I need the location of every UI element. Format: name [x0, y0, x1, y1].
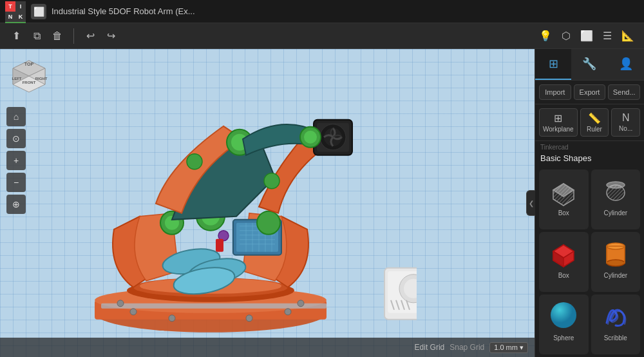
svg-point-74	[551, 302, 576, 328]
snap-grid-label: Snap Grid	[450, 343, 484, 352]
notes-icon: N	[622, 112, 630, 124]
account-tab-icon: 👤	[619, 57, 633, 71]
zoom-in-button[interactable]: +	[6, 151, 26, 170]
shape-box-red-label: Box	[558, 272, 569, 279]
main: TOP LEFT RIGHT FRONT ⌂ ⊙ + − ⊕	[0, 49, 644, 357]
app-icon: ⬜	[31, 4, 46, 19]
duplicate-button[interactable]: ⧉	[27, 26, 46, 46]
export-button[interactable]: Export	[574, 84, 606, 100]
history-tools: ↩ ↪	[80, 26, 120, 46]
right-panel: ❮ ⊞ 🔧 👤 Import Export Send... ⊞ Workplan…	[535, 49, 644, 357]
workplane-label: Workplane	[543, 126, 574, 133]
export-file-button[interactable]: ⬆	[6, 26, 26, 46]
view-tools: 💡 ⬡ ⬜ ☰ 📐	[536, 26, 638, 46]
ruler-tab[interactable]: 📏 Ruler	[580, 108, 609, 137]
logo-t: T	[5, 1, 15, 12]
workplane-icon: ⊞	[554, 112, 562, 124]
left-controls: ⌂ ⊙ + − ⊕	[6, 107, 26, 214]
app-title: Industrial Style 5DOF Robot Arm (Ex...	[52, 6, 639, 16]
svg-point-44	[187, 154, 202, 169]
svg-point-57	[130, 309, 137, 315]
svg-rect-43	[216, 239, 223, 252]
shape-scribble[interactable]: Scribble	[591, 294, 641, 354]
delete-button[interactable]: 🗑	[48, 26, 67, 46]
logo-i: I	[15, 1, 26, 12]
snap-grid-value[interactable]: 1.0 mm ▾	[489, 342, 528, 353]
svg-point-41	[304, 131, 317, 144]
measure-button[interactable]: 📐	[618, 26, 638, 46]
tools-tab-icon: 🔧	[582, 57, 596, 71]
collapse-panel-button[interactable]: ❮	[526, 190, 535, 216]
cube-view-button[interactable]: ⬜	[577, 26, 596, 46]
grid-button[interactable]: ☰	[598, 26, 617, 46]
settings-button[interactable]: ⊕	[6, 195, 26, 214]
right-panel-tabs: ⊞ 🔧 👤	[535, 49, 644, 81]
category-name: Basic Shapes	[535, 153, 644, 167]
secondary-tabs: ⊞ Workplane 📏 Ruler N No...	[535, 104, 644, 141]
svg-point-56	[298, 300, 304, 307]
redo-button[interactable]: ↪	[101, 26, 120, 46]
logo: T I N K E N C A	[5, 1, 26, 22]
shape-box-red-preview	[547, 236, 580, 269]
tools-tab[interactable]: 🔧	[571, 49, 607, 80]
shape-scribble-label: Scribble	[604, 334, 627, 342]
svg-point-45	[264, 173, 279, 189]
workplane-tab[interactable]: ⊞ Workplane	[539, 108, 578, 137]
svg-point-60	[246, 315, 252, 322]
svg-point-59	[169, 315, 175, 322]
robot-arm-model	[43, 49, 417, 345]
notes-label: No...	[619, 125, 632, 132]
shape-sphere-label: Sphere	[553, 334, 574, 342]
svg-point-55	[117, 300, 124, 307]
shape-cylinder-orange-label: Cylinder	[603, 272, 627, 279]
shape-sphere-blue-preview	[547, 298, 580, 332]
shape-sphere-blue[interactable]: Sphere	[539, 294, 589, 354]
ruler-icon: 📏	[588, 112, 601, 124]
viewport[interactable]: TOP LEFT RIGHT FRONT ⌂ ⊙ + − ⊕	[0, 49, 535, 357]
notes-tab[interactable]: N No...	[611, 108, 640, 137]
home-button[interactable]: ⌂	[6, 107, 26, 126]
svg-text:FRONT: FRONT	[23, 81, 36, 84]
logo-n: N	[5, 12, 15, 22]
shape-cylinder-gray-preview	[599, 173, 632, 207]
shape-cylinder-orange-preview	[599, 236, 632, 269]
send-to-button[interactable]: Send...	[608, 84, 640, 100]
undo-button[interactable]: ↩	[80, 26, 100, 46]
light-button[interactable]: 💡	[536, 26, 555, 46]
svg-point-58	[285, 309, 291, 315]
shape-box-red[interactable]: Box	[539, 232, 589, 292]
shapes-tab-icon: ⊞	[549, 57, 558, 71]
zoom-out-button[interactable]: −	[6, 173, 26, 192]
category-label: Tinkercad	[535, 141, 644, 153]
svg-point-33	[257, 211, 280, 235]
right-actions: Import Export Send...	[535, 81, 644, 104]
shapes-tab[interactable]: ⊞	[535, 49, 571, 80]
svg-point-66	[607, 182, 625, 188]
svg-text:LEFT: LEFT	[12, 77, 22, 81]
logo-k: K	[15, 12, 26, 22]
fit-button[interactable]: ⊙	[6, 129, 26, 148]
shape-box-gray-label: Box	[558, 209, 569, 217]
shape-box-gray-preview	[547, 173, 580, 207]
toolbar-sep-1	[73, 28, 74, 44]
ruler-label: Ruler	[587, 126, 602, 133]
shape-box-gray[interactable]: Box	[539, 169, 589, 229]
shape-cylinder-orange[interactable]: Cylinder	[591, 232, 641, 292]
shape-view-button[interactable]: ⬡	[556, 26, 576, 46]
svg-rect-54	[101, 304, 327, 309]
toolbar: ⬆ ⧉ 🗑 ↩ ↪ 💡 ⬡ ⬜ ☰ 📐	[0, 23, 644, 49]
shape-cylinder-gray-label: Cylinder	[603, 209, 627, 217]
account-tab[interactable]: 👤	[608, 49, 644, 80]
shape-scribble-preview	[599, 298, 632, 332]
header: T I N K E N C A ⬜ Industrial Style 5DOF …	[0, 0, 644, 23]
file-tools: ⬆ ⧉ 🗑	[6, 26, 67, 46]
svg-text:TOP: TOP	[24, 62, 34, 66]
shapes-grid: Box Cylinder	[535, 167, 644, 357]
bottom-bar: Edit Grid Snap Grid 1.0 mm ▾	[0, 338, 535, 357]
shape-cylinder-gray[interactable]: Cylinder	[591, 169, 641, 229]
edit-grid-label: Edit Grid	[415, 343, 445, 352]
import-button[interactable]: Import	[539, 84, 571, 100]
